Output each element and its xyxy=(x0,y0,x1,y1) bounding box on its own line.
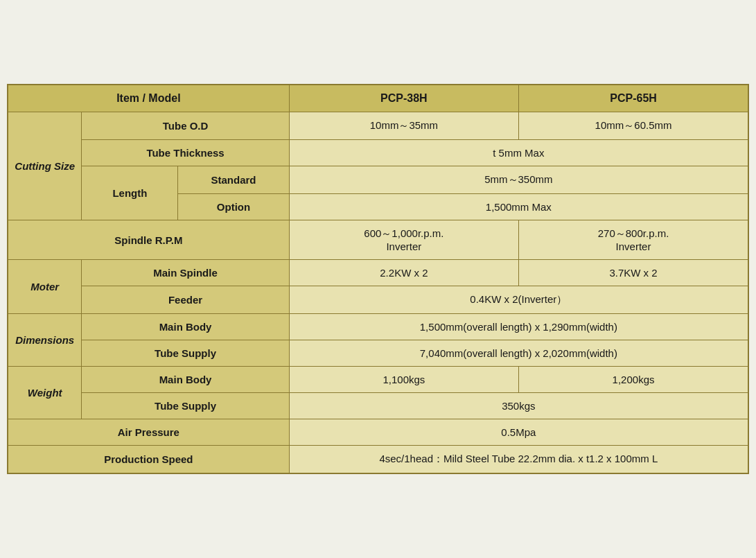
weight-tube-supply-row: Tube Supply 350kgs xyxy=(8,393,748,419)
air-pressure-label: Air Pressure xyxy=(8,419,289,446)
standard-label: Standard xyxy=(178,166,289,194)
moter-main-spindle-row: Moter Main Spindle 2.2KW x 2 3.7KW x 2 xyxy=(8,260,748,286)
main-body-weight-38h: 1,100kgs xyxy=(289,367,518,393)
length-label: Length xyxy=(82,166,178,220)
weight-main-body-row: Weight Main Body 1,100kgs 1,200kgs xyxy=(8,367,748,393)
specs-table: Item / Model PCP-38H PCP-65H Cutting Siz… xyxy=(7,84,749,474)
tube-supply-weight-label: Tube Supply xyxy=(82,393,289,419)
tube-supply-dim-val: 7,040mm(overall length) x 2,020mm(width) xyxy=(289,340,748,367)
spindle-rpm-row: Spindle R.P.M 600～1,000r.p.m. Inverter 2… xyxy=(8,220,748,260)
dimensions-tube-supply-row: Tube Supply 7,040mm(overall length) x 2,… xyxy=(8,340,748,367)
main-body-weight-65h: 1,200kgs xyxy=(519,367,748,393)
air-pressure-row: Air Pressure 0.5Mpa xyxy=(8,419,748,446)
spindle-rpm-65h: 270～800r.p.m. Inverter xyxy=(519,220,748,260)
main-spindle-38h: 2.2KW x 2 xyxy=(289,260,518,286)
cutting-size-label: Cutting Size xyxy=(8,112,82,220)
standard-val: 5mm～350mm xyxy=(289,166,748,194)
tube-supply-dim-label: Tube Supply xyxy=(82,340,289,367)
tube-supply-weight-val: 350kgs xyxy=(289,393,748,419)
spindle-rpm-label: Spindle R.P.M xyxy=(8,220,289,260)
production-speed-row: Production Speed 4sec/1head：Mild Steel T… xyxy=(8,446,748,474)
moter-feeder-row: Feeder 0.4KW x 2(Inverter） xyxy=(8,286,748,314)
table-wrapper: Item / Model PCP-38H PCP-65H Cutting Siz… xyxy=(0,77,756,481)
tube-od-row: Cutting Size Tube O.D 10mm～35mm 10mm～60.… xyxy=(8,112,748,140)
col-item-model: Item / Model xyxy=(8,85,289,112)
col-pcp38h: PCP-38H xyxy=(289,85,518,112)
tube-od-65h: 10mm～60.5mm xyxy=(519,112,748,140)
air-pressure-val: 0.5Mpa xyxy=(289,419,748,446)
feeder-label: Feeder xyxy=(82,286,289,314)
dimensions-label: Dimensions xyxy=(8,314,82,367)
tube-od-38h: 10mm～35mm xyxy=(289,112,518,140)
header-row: Item / Model PCP-38H PCP-65H xyxy=(8,85,748,112)
main-spindle-label: Main Spindle xyxy=(82,260,289,286)
main-spindle-65h: 3.7KW x 2 xyxy=(519,260,748,286)
length-standard-row: Length Standard 5mm～350mm xyxy=(8,166,748,194)
main-body-dim-label: Main Body xyxy=(82,314,289,340)
tube-thickness-row: Tube Thickness t 5mm Max xyxy=(8,140,748,166)
dimensions-main-body-row: Dimensions Main Body 1,500mm(overall len… xyxy=(8,314,748,340)
main-body-weight-label: Main Body xyxy=(82,367,289,393)
col-pcp65h: PCP-65H xyxy=(519,85,748,112)
tube-thickness-label: Tube Thickness xyxy=(82,140,289,166)
option-val: 1,500mm Max xyxy=(289,194,748,220)
weight-label: Weight xyxy=(8,367,82,419)
production-speed-val: 4sec/1head：Mild Steel Tube 22.2mm dia. x… xyxy=(289,446,748,474)
tube-od-label: Tube O.D xyxy=(82,112,289,140)
production-speed-label: Production Speed xyxy=(8,446,289,474)
feeder-val: 0.4KW x 2(Inverter） xyxy=(289,286,748,314)
moter-label: Moter xyxy=(8,260,82,314)
tube-thickness-val: t 5mm Max xyxy=(289,140,748,166)
main-body-dim-val: 1,500mm(overall length) x 1,290mm(width) xyxy=(289,314,748,340)
spindle-rpm-38h: 600～1,000r.p.m. Inverter xyxy=(289,220,518,260)
option-label: Option xyxy=(178,194,289,220)
